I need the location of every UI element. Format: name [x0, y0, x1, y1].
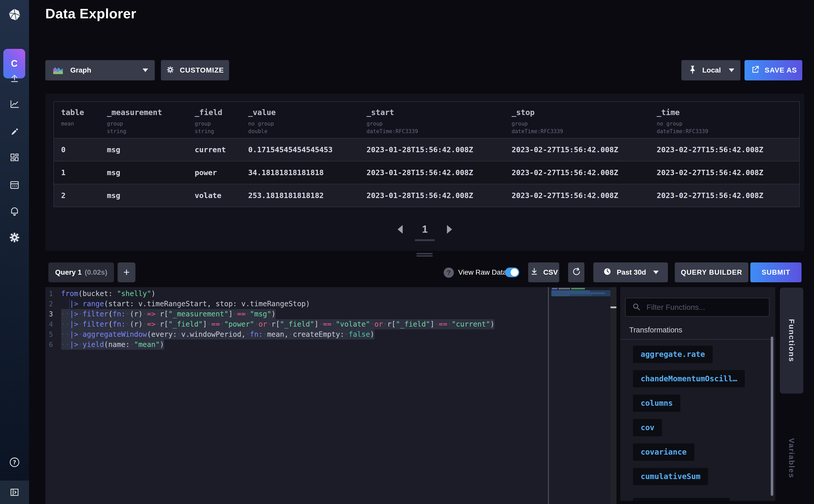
- time-range-dropdown[interactable]: Past 30d: [593, 262, 668, 282]
- code-line[interactable]: 1from(bucket: "shelly"): [45, 289, 548, 299]
- table-row[interactable]: 1msgpower34.181818181818182023-01-28T15:…: [54, 161, 799, 184]
- refresh-icon: [571, 267, 581, 278]
- table-cell: 1: [54, 161, 100, 184]
- add-query-button[interactable]: +: [118, 262, 135, 282]
- minimap-selection: [551, 290, 610, 296]
- code-lines: 1from(bucket: "shelly")2 |> range(start:…: [45, 289, 548, 350]
- csv-label: CSV: [543, 268, 558, 276]
- function-item[interactable]: covariance: [633, 443, 694, 461]
- code-line[interactable]: 4··|>·filter(fn:·(r)·=>·r["_field"]·==·"…: [45, 319, 548, 329]
- function-item-partial[interactable]: [633, 498, 730, 501]
- chevron-down-icon: [143, 68, 148, 72]
- download-icon: [529, 267, 539, 278]
- export-icon: [750, 65, 760, 76]
- save-location-label: Local: [702, 66, 721, 74]
- editor-scrollbar[interactable]: [548, 287, 549, 504]
- tasks-icon[interactable]: [0, 179, 29, 191]
- time-range-label: Past 30d: [617, 268, 646, 276]
- divider-drag-handle[interactable]: [610, 306, 616, 308]
- table-cell: 0.17154545454545453: [241, 138, 359, 161]
- results-table-body: 0msgcurrent0.171545454545454532023-01-28…: [54, 138, 799, 207]
- save-as-label: SAVE AS: [765, 66, 797, 74]
- influxdb-logo-icon[interactable]: [0, 5, 29, 24]
- editor-panel-divider[interactable]: [610, 287, 616, 504]
- table-cell: 2023-01-28T15:56:42.008Z: [359, 161, 504, 184]
- table-cell: msg: [100, 184, 188, 207]
- flux-code-editor[interactable]: 1from(bucket: "shelly")2 |> range(start:…: [45, 287, 616, 504]
- search-input[interactable]: [647, 303, 763, 312]
- results-table: tablemean_measurementgroupstring_fieldgr…: [53, 101, 800, 207]
- pagination: 1: [45, 223, 804, 235]
- question-mark-icon[interactable]: ?: [444, 268, 454, 278]
- query-builder-button[interactable]: QUERY BUILDER: [675, 262, 748, 282]
- tab-functions-label: Functions: [787, 319, 796, 362]
- next-page-icon[interactable]: [447, 225, 452, 234]
- settings-icon[interactable]: [0, 231, 29, 244]
- customize-button[interactable]: CUSTOMIZE: [161, 60, 229, 80]
- expand-sidebar-icon[interactable]: [0, 481, 29, 504]
- code-line[interactable]: 6··|>·yield(name:·"mean"): [45, 340, 548, 350]
- panel-resize-handle[interactable]: [416, 253, 433, 258]
- function-item[interactable]: chandeMomentumOscill…: [633, 370, 745, 387]
- alerts-icon[interactable]: [0, 205, 29, 217]
- table-cell: volate: [188, 184, 241, 207]
- help-icon[interactable]: [0, 456, 29, 468]
- code-line[interactable]: 3··|>·filter(fn:·(r)·=>·r["_measurement"…: [45, 309, 548, 319]
- page-underline: [415, 239, 435, 241]
- column-header: _timeno groupdateTime:RFC3339: [650, 102, 799, 138]
- save-as-button[interactable]: SAVE AS: [745, 60, 802, 80]
- view-raw-data-toggle[interactable]: [505, 268, 519, 277]
- table-cell: power: [188, 161, 241, 184]
- code-line[interactable]: 5··|>·aggregateWindow(every:·v.windowPer…: [45, 329, 548, 340]
- graphs-icon[interactable]: [0, 98, 29, 110]
- function-item[interactable]: cumulativeSum: [633, 468, 708, 485]
- chevron-down-icon: [729, 68, 734, 72]
- table-cell: 2023-01-28T15:56:42.008Z: [359, 184, 504, 207]
- editor-minimap[interactable]: [551, 287, 610, 504]
- function-item[interactable]: columns: [633, 395, 680, 412]
- line-number: 3: [45, 309, 61, 319]
- line-number: 5: [45, 329, 61, 340]
- gear-icon: [166, 65, 175, 75]
- functions-scrollbar[interactable]: [771, 337, 773, 496]
- edit-icon[interactable]: [0, 125, 29, 137]
- line-number: 2: [45, 299, 61, 309]
- function-item[interactable]: aggregate.rate: [633, 346, 713, 363]
- table-row[interactable]: 2msgvolate253.18181818181822023-01-28T15…: [54, 184, 799, 207]
- customize-label: CUSTOMIZE: [180, 66, 224, 74]
- column-header: _measurementgroupstring: [100, 102, 188, 138]
- tab-variables-label: Variables: [787, 438, 796, 479]
- results-card: tablemean_measurementgroupstring_fieldgr…: [45, 94, 804, 251]
- search-icon: [631, 302, 641, 313]
- table-cell: current: [188, 138, 241, 161]
- page-title: Data Explorer: [45, 6, 136, 21]
- query-tab-label: Query 1: [55, 268, 82, 276]
- tab-functions[interactable]: Functions: [780, 288, 803, 394]
- dashboards-icon[interactable]: [0, 151, 29, 164]
- refresh-button[interactable]: [568, 262, 584, 282]
- table-row[interactable]: 0msgcurrent0.171545454545454532023-01-28…: [54, 138, 799, 161]
- table-cell: 0: [54, 138, 100, 161]
- view-type-dropdown[interactable]: Graph: [45, 60, 155, 80]
- filter-functions-search[interactable]: [625, 298, 769, 317]
- function-item[interactable]: cov: [633, 419, 662, 436]
- csv-button[interactable]: CSV: [528, 262, 559, 282]
- code-line[interactable]: 2 |> range(start: v.timeRangeStart, stop…: [45, 299, 548, 309]
- sidebar: C: [0, 0, 29, 504]
- view-type-label: Graph: [70, 66, 91, 74]
- save-location-dropdown[interactable]: Local: [681, 60, 740, 80]
- table-cell: 2023-02-27T15:56:42.008Z: [650, 161, 799, 184]
- column-header: _stopgroupdateTime:RFC3339: [504, 102, 650, 138]
- table-cell: 2023-02-27T15:56:42.008Z: [650, 138, 799, 161]
- upload-icon[interactable]: [0, 72, 29, 84]
- avatar-letter: C: [11, 58, 18, 69]
- table-cell: 34.18181818181818: [241, 161, 359, 184]
- chevron-down-icon: [653, 271, 659, 274]
- query-tab[interactable]: Query 1 (0.02s): [48, 262, 114, 282]
- prev-page-icon[interactable]: [398, 225, 403, 234]
- results-table-header: tablemean_measurementgroupstring_fieldgr…: [54, 102, 799, 138]
- table-cell: 2023-02-27T15:56:42.008Z: [650, 184, 799, 207]
- tab-variables[interactable]: Variables: [784, 433, 799, 484]
- submit-button[interactable]: SUBMIT: [750, 262, 802, 282]
- toggle-knob: [511, 269, 518, 276]
